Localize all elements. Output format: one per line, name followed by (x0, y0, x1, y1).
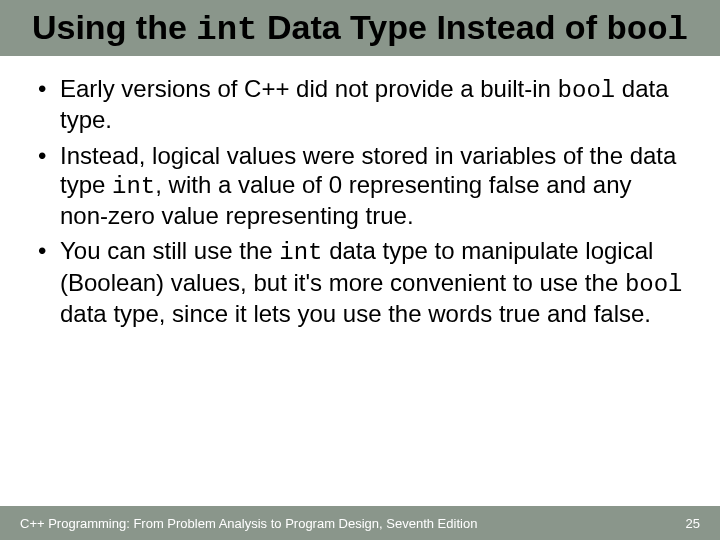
list-item: Early versions of C++ did not provide a … (34, 74, 686, 135)
slide-content: Early versions of C++ did not provide a … (0, 56, 720, 540)
list-item: You can still use the int data type to m… (34, 236, 686, 328)
bullet-code: int (112, 173, 155, 200)
title-code-1: int (196, 11, 257, 49)
title-code-2: bool (606, 11, 688, 49)
bullet-list: Early versions of C++ did not provide a … (34, 74, 686, 328)
bullet-text: data type, since it lets you use the wor… (60, 300, 651, 327)
slide: Using the int Data Type Instead of bool … (0, 0, 720, 540)
footer-page-number: 25 (686, 516, 700, 531)
bullet-text: Early versions of C++ did not provide a … (60, 75, 558, 102)
title-band: Using the int Data Type Instead of bool (0, 0, 720, 56)
footer-book-title: C++ Programming: From Problem Analysis t… (20, 516, 477, 531)
list-item: Instead, logical values were stored in v… (34, 141, 686, 231)
bullet-text: You can still use the (60, 237, 279, 264)
bullet-code: bool (625, 271, 683, 298)
title-text-2: Data Type Instead of (258, 8, 607, 46)
bullet-code: int (279, 239, 322, 266)
slide-footer: C++ Programming: From Problem Analysis t… (0, 506, 720, 540)
bullet-code: bool (558, 77, 616, 104)
title-text-1: Using the (32, 8, 196, 46)
slide-title: Using the int Data Type Instead of bool (20, 8, 700, 50)
